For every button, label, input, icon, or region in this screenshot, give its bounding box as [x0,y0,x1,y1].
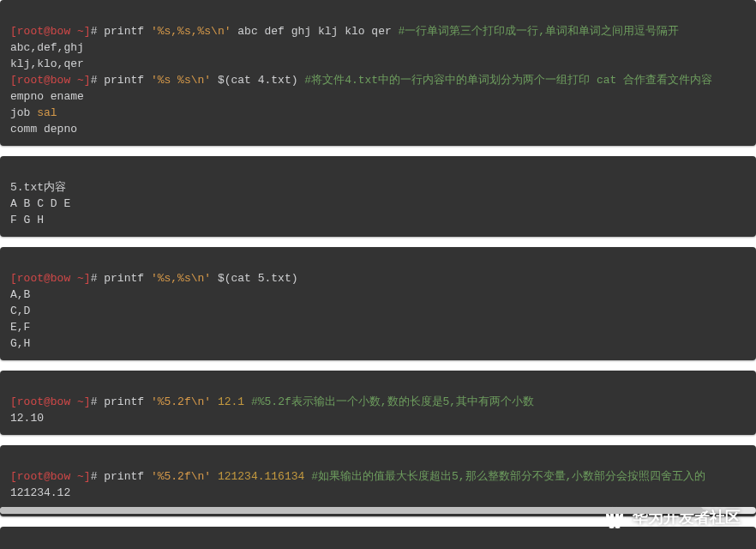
prompt: [root@bow ~] [10,395,91,408]
line: [root@bow ~]# printf '%5.2f\n' 12.1 #%5.… [10,395,534,408]
output: abc,def,ghj klj,klo,qer [10,39,746,72]
number-arg: 121234.116134 [218,470,304,483]
format-string: '%s %s\n' [151,74,211,87]
output-text: comm depno [10,123,77,136]
terminal-block-1: [root@bow ~]# printf '%s,%s,%s\n' abc de… [0,0,756,146]
command: printf [104,395,144,408]
file-title: 5.txt内容 [10,181,66,194]
prompt: [root@bow ~] [10,25,91,38]
hash-char: # [91,272,98,285]
prompt: [root@bow ~] [10,74,91,87]
format-string: '%s,%s\n' [151,272,211,285]
command: printf [104,272,144,285]
args: $(cat 5.txt) [218,272,298,285]
comment: #如果输出的值最大长度超出5,那么整数部分不变量,小数部分会按照四舍五入的 [311,470,705,483]
terminal-block-5: [root@bow ~]# printf '%5.2f\n' 121234.11… [0,445,756,516]
terminal-block-3: [root@bow ~]# printf '%s,%s\n' $(cat 5.t… [0,247,756,360]
output-keyword: sal [37,106,57,119]
format-string: '%5.2f\n' [151,395,211,408]
format-string: '%5.2f\n' [151,470,211,483]
output-text: job [10,106,37,119]
hash-char: # [91,74,98,87]
output: 121234.12 [10,485,746,501]
args: abc def ghj klj klo qer [237,25,391,38]
hash-char: # [91,25,98,38]
terminal-block-2: 5.txt内容 A B C D E F G H [0,156,756,237]
output-text: empno ename [10,90,84,103]
args: $(cat 4.txt) [218,74,298,87]
output: empno ename job sal comm depno [10,88,746,137]
prompt: [root@bow ~] [10,272,91,285]
comment: #一行单词第三个打印成一行,单词和单词之间用逗号隔开 [399,25,680,38]
file-line: F G H [10,214,44,226]
line: [root@bow ~]# printf '%5.2f\n' 121234.11… [10,470,705,483]
command: printf [104,470,144,483]
number-arg: 12.1 [218,395,244,408]
terminal-block-4: [root@bow ~]# printf '%5.2f\n' 12.1 #%5.… [0,371,756,435]
file-line: A B C D E [10,197,70,210]
command: printf [104,25,144,38]
output: 12.10 [10,410,746,426]
hash-char: # [91,395,98,408]
output: A,B C,D E,F G,H [10,287,746,352]
line: [root@bow ~]# printf '%s %s\n' $(cat 4.t… [10,74,712,87]
prompt: [root@bow ~] [10,470,91,483]
command: printf [104,74,144,87]
terminal-block-6: [root@bow ~]# printf '%i\n' 1234.5678 #%… [0,527,756,549]
line: [root@bow ~]# printf '%s,%s\n' $(cat 5.t… [10,272,298,285]
comment: #%5.2f表示输出一个小数,数的长度是5,其中有两个小数 [251,395,534,408]
hash-char: # [91,470,98,483]
format-string: '%s,%s,%s\n' [151,25,231,38]
comment: #将文件4.txt中的一行内容中的单词划分为两个一组打印 cat 合作查看文件内… [304,74,712,87]
line: [root@bow ~]# printf '%s,%s,%s\n' abc de… [10,25,679,38]
